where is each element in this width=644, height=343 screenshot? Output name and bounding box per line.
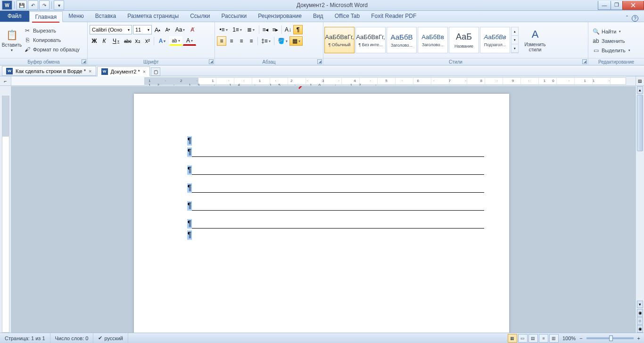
tab-menu[interactable]: Меню: [63, 11, 89, 22]
group-label-paragraph: Абзац◢: [215, 58, 323, 65]
shrink-font-button[interactable]: A▾: [163, 25, 173, 34]
find-button[interactable]: 🔍Найти▾: [590, 27, 632, 36]
decrease-indent-button[interactable]: ≡◂: [261, 25, 270, 34]
doc-tab-1[interactable]: W Как сделать строки в Ворде * ×: [2, 66, 96, 76]
style-heading2[interactable]: АаБбВвЗаголово...: [418, 27, 448, 53]
align-center-button[interactable]: ≡: [227, 36, 236, 46]
close-tab-icon[interactable]: ×: [143, 69, 146, 74]
format-painter-button[interactable]: 🖌Формат по образцу: [22, 45, 82, 54]
superscript-button[interactable]: x²: [143, 36, 152, 46]
cut-button[interactable]: ✂Вырезать: [22, 26, 82, 35]
horizontal-ruler[interactable]: 1 · 2 · 1 · · 1 · 2 · 3 · 4 · 5 · 6 · 7 …: [11, 76, 626, 85]
clipboard-dialog-launcher[interactable]: ◢: [82, 59, 86, 64]
strikethrough-button[interactable]: abc: [123, 36, 132, 46]
replace-button[interactable]: abЗаменить: [590, 37, 632, 45]
help-icon[interactable]: ?: [632, 15, 638, 22]
text-effects-button[interactable]: A: [156, 36, 169, 46]
group-label-clipboard: Буфер обмена◢: [0, 58, 87, 65]
tab-view[interactable]: Вид: [307, 11, 329, 22]
minimize-button[interactable]: —: [598, 1, 611, 10]
tab-insert[interactable]: Вставка: [90, 11, 122, 22]
tab-home[interactable]: Главная: [29, 11, 63, 22]
tab-page-layout[interactable]: Разметка страницы: [122, 11, 184, 22]
paste-label: Вставить: [2, 42, 22, 48]
styles-more[interactable]: ▴▾▾: [511, 27, 519, 53]
numbering-button[interactable]: 1≡: [231, 25, 244, 34]
close-tab-icon[interactable]: ×: [89, 68, 91, 74]
file-tab[interactable]: Файл: [0, 11, 29, 22]
group-label-editing: Редактирование: [588, 58, 644, 65]
minimize-ribbon-icon[interactable]: ˆ: [626, 15, 628, 22]
increase-indent-button[interactable]: ≡▸: [271, 25, 280, 34]
brush-icon: 🖌: [24, 46, 31, 53]
style-no-spacing[interactable]: АаБбВвГг,¶ Без инте...: [355, 27, 386, 53]
copy-button[interactable]: ⎘Копировать: [22, 36, 82, 44]
style-subtitle[interactable]: АаБбВвПодзагол...: [480, 27, 510, 53]
group-label-font: Шрифт◢: [88, 58, 215, 65]
align-left-button[interactable]: ≡: [217, 36, 226, 46]
grow-font-button[interactable]: A▴: [153, 25, 162, 34]
subscript-button[interactable]: x₂: [133, 36, 142, 46]
ribbon: 📋 Вставить ▼ ✂Вырезать ⎘Копировать 🖌Форм…: [0, 22, 644, 65]
bold-button[interactable]: Ж: [90, 36, 99, 46]
window-controls: — ❐: [598, 1, 644, 10]
replace-icon: ab: [592, 37, 600, 45]
word-doc-icon: W: [101, 68, 108, 75]
line-spacing-button[interactable]: ‡≡: [259, 36, 272, 46]
italic-button[interactable]: К: [99, 36, 109, 46]
save-icon[interactable]: 💾: [17, 0, 27, 10]
clipboard-icon: 📋: [5, 28, 18, 41]
tab-mailings[interactable]: Рассылки: [215, 11, 252, 22]
justify-button[interactable]: ≡: [247, 36, 256, 46]
change-styles-icon: A: [528, 28, 542, 41]
multilevel-button[interactable]: ≣: [244, 25, 257, 34]
qat-customize-icon[interactable]: ▾: [54, 0, 64, 10]
highlight-button[interactable]: ab: [169, 36, 182, 46]
font-dialog-launcher[interactable]: ◢: [209, 59, 214, 64]
paste-button[interactable]: 📋 Вставить ▼: [2, 23, 22, 57]
change-case-button[interactable]: Aa: [173, 25, 187, 34]
tab-office-tab[interactable]: Office Tab: [329, 11, 366, 22]
font-size-combo[interactable]: 11▾: [133, 25, 152, 34]
styles-dialog-launcher[interactable]: ◢: [582, 59, 587, 64]
align-right-button[interactable]: ≡: [237, 36, 246, 46]
new-tab-button[interactable]: ▢: [151, 67, 160, 76]
show-marks-button[interactable]: ¶: [293, 25, 303, 34]
change-styles-button[interactable]: A Изменить стили: [521, 27, 549, 53]
group-clipboard: 📋 Вставить ▼ ✂Вырезать ⎘Копировать 🖌Форм…: [0, 22, 88, 65]
underline-button[interactable]: Ч: [109, 36, 123, 46]
shading-button[interactable]: 🪣: [276, 36, 289, 46]
font-color-button[interactable]: A: [183, 36, 196, 46]
document-tabs: W Как сделать строки в Ворде * × W Докум…: [0, 65, 644, 76]
tab-references[interactable]: Ссылки: [184, 11, 215, 22]
group-paragraph: •≡ 1≡ ≣ ≡◂ ≡▸ A↓ ¶ ≡ ≡ ≡ ≡ ‡≡: [215, 22, 323, 65]
doc-tab-2[interactable]: W Документ2 * ×: [97, 66, 150, 76]
sort-button[interactable]: A↓: [283, 25, 293, 34]
find-icon: 🔍: [592, 28, 600, 35]
style-normal[interactable]: АаБбВвГг,¶ Обычный: [324, 27, 355, 53]
help-area: ˆ ?: [626, 15, 644, 22]
group-font: Calibri (Осно▾ 11▾ A▴ A▾ Aa Ⱥ Ж К Ч abc …: [88, 22, 215, 65]
paragraph-dialog-launcher[interactable]: ◢: [317, 59, 322, 64]
tab-foxit[interactable]: Foxit Reader PDF: [365, 11, 422, 22]
style-heading1[interactable]: АаБбВЗаголово...: [387, 27, 417, 53]
word-icon[interactable]: W: [2, 0, 12, 10]
maximize-button[interactable]: ❐: [611, 1, 623, 10]
tab-selector[interactable]: ⌐: [0, 76, 11, 86]
copy-icon: ⎘: [24, 36, 31, 44]
group-styles: АаБбВвГг,¶ Обычный АаБбВвГг,¶ Без инте..…: [323, 22, 588, 65]
style-title[interactable]: АаБНазвание: [449, 27, 479, 53]
group-label-styles: Стили◢: [323, 58, 588, 65]
tab-review[interactable]: Рецензирование: [252, 11, 307, 22]
font-name-combo[interactable]: Calibri (Осно▾: [90, 25, 132, 34]
redo-icon[interactable]: ↷: [39, 0, 50, 10]
bullets-button[interactable]: •≡: [217, 25, 230, 34]
select-icon: ▭: [592, 47, 600, 54]
ruler-toggle-button[interactable]: ▤: [636, 76, 644, 86]
close-button[interactable]: [622, 1, 644, 10]
select-button[interactable]: ▭Выделить▾: [590, 46, 632, 55]
clear-formatting-button[interactable]: Ⱥ: [188, 25, 197, 34]
borders-button[interactable]: ▦: [289, 36, 303, 46]
ruler-strip: ⌐ 1 · 2 · 1 · · 1 · 2 · 3 · 4 · 5 · 6 · …: [0, 76, 644, 86]
undo-icon[interactable]: ↶: [28, 0, 38, 10]
